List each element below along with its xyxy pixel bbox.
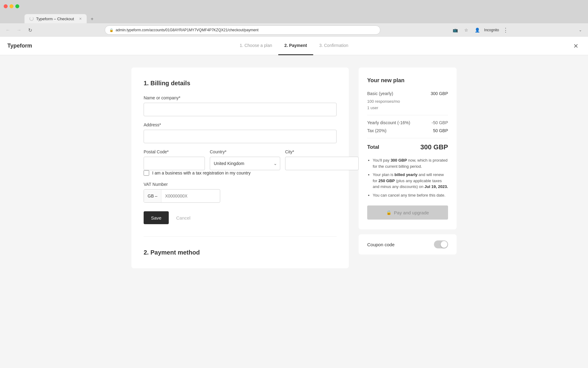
back-button[interactable]: ← [4,26,12,34]
traffic-lights [4,4,19,8]
city-group: City* [285,149,359,170]
name-group: Name or company* [144,95,337,116]
billing-buttons: Save Cancel [144,211,337,224]
address-bar[interactable]: 🔒 admin.typeform.com/accounts/01G8AYRAP1… [105,25,380,35]
coupon-toggle[interactable] [434,240,448,248]
page-content: 1. Billing details Name or company* Addr… [0,55,588,281]
close-traffic-light[interactable] [4,4,8,8]
reload-button[interactable]: ↻ [26,26,34,34]
summary-sidebar: Your new plan Basic (yearly) 300 GBP 100… [359,67,457,268]
url-domain: admin.typeform.com [115,28,149,32]
city-input[interactable] [285,157,359,170]
new-tab-button[interactable]: + [88,15,96,23]
tax-value: 50 GBP [433,128,448,133]
profile-icon[interactable]: 👤 [473,26,482,34]
total-value: 300 GBP [420,143,448,151]
lock-icon: 🔒 [109,28,114,32]
coupon-card: Coupon code [359,234,457,255]
bullet-1-bold: 300 GBP [390,158,407,163]
address-input[interactable] [144,130,337,143]
step-confirmation-label: 3. Confirmation [319,43,348,48]
cancel-button[interactable]: Cancel [172,211,194,224]
step-choose-plan-label: 1. Choose a plan [240,43,272,48]
pay-button-label: Pay and upgrade [394,210,429,215]
tab-spinner [29,17,34,21]
country-group: Country* United Kingdom United States Ge… [210,149,280,170]
total-row: Total 300 GBP [367,143,448,151]
bookmark-icon[interactable]: ☆ [462,26,471,34]
title-bar [0,0,588,12]
more-button[interactable]: ⋮ [503,27,508,33]
vat-input[interactable] [161,194,220,198]
vat-section: VAT Number GB – [144,182,337,203]
step-payment[interactable]: 2. Payment [278,37,313,55]
minimize-traffic-light[interactable] [9,4,13,8]
business-checkbox-row: I am a business with a tax registration … [144,170,337,176]
vat-prefix: GB – [144,190,161,202]
city-label: City* [285,149,359,154]
payment-method-title: 2. Payment method [144,249,337,256]
bullet-2: Your plan is billed yearly and will rene… [373,172,448,190]
app-logo: Typeform [7,43,32,49]
payment-method-section: 2. Payment method [144,236,337,256]
maximize-traffic-light[interactable] [15,4,19,8]
pay-button: 🔒 Pay and upgrade [367,205,448,220]
user-meta: 1 user [367,105,448,110]
tab-close-button[interactable]: ✕ [79,17,82,21]
discount-value: -50 GBP [432,120,448,125]
pay-button-icon: 🔒 [386,210,391,215]
tax-row: Tax (20%) 50 GBP [367,128,448,133]
summary-bullets: You'll pay 300 GBP now, which is prorate… [367,157,448,198]
bullet-2-date: Jul 19, 2023. [424,184,448,189]
bullet-1: You'll pay 300 GBP now, which is prorate… [373,157,448,169]
plan-row: Basic (yearly) 300 GBP [367,91,448,96]
step-confirmation[interactable]: 3. Confirmation [313,37,354,55]
plan-price: 300 GBP [431,91,448,96]
responses-meta: 100 responses/mo [367,99,448,104]
bullet-2-plain: Your plan is [373,172,394,177]
address-group: Address* [144,122,337,143]
header-steps: 1. Choose a plan 2. Payment 3. Confirmat… [234,37,355,55]
cast-icon[interactable]: 📺 [451,26,460,34]
bullet-2-bold: billed yearly [394,172,417,177]
close-checkout-button[interactable]: ✕ [571,41,581,51]
summary-card: Your new plan Basic (yearly) 300 GBP 100… [359,67,457,229]
business-checkbox-label: I am a business with a tax registration … [152,171,251,175]
tab-title: Typeform – Checkout [36,17,74,21]
country-select-wrapper: United Kingdom United States Germany Fra… [210,157,280,170]
incognito-badge[interactable]: Incognito [484,28,499,32]
summary-title: Your new plan [367,77,448,84]
forward-button[interactable]: → [15,26,23,34]
vat-label: VAT Number [144,182,337,187]
chevron-down-nav[interactable]: ⌄ [579,28,582,32]
toggle-knob [441,241,447,248]
url-path: /accounts/01G8AYRAP1MY7VQMF4P7KZQX21/che… [149,28,258,32]
name-input[interactable] [144,103,337,116]
bullet-3: You can cancel any time before this date… [373,192,448,198]
postal-code-group: Postal Code* [144,149,205,170]
url-text: admin.typeform.com/accounts/01G8AYRAP1MY… [115,28,258,32]
name-label: Name or company* [144,95,337,100]
postal-code-input[interactable] [144,157,205,170]
business-checkbox[interactable] [144,170,149,176]
country-label: Country* [210,149,280,154]
incognito-label: Incognito [484,28,499,32]
total-label: Total [367,144,379,150]
step-choose-plan[interactable]: 1. Choose a plan [234,37,278,55]
discount-label: Yearly discount (-16%) [367,120,410,125]
app-header: Typeform 1. Choose a plan 2. Payment 3. … [0,37,588,55]
tax-label: Tax (20%) [367,128,386,133]
summary-divider-2 [367,138,448,138]
active-tab[interactable]: Typeform – Checkout ✕ [24,14,87,23]
address-bar-row: ← → ↻ 🔒 admin.typeform.com/accounts/01G8… [0,23,588,37]
save-button[interactable]: Save [144,211,169,224]
discount-row: Yearly discount (-16%) -50 GBP [367,120,448,125]
postal-code-label: Postal Code* [144,149,205,154]
summary-divider-1 [367,115,448,115]
plan-label: Basic (yearly) [367,91,393,96]
bullet-2-amount: 250 GBP [379,178,395,183]
vat-input-wrapper: GB – [144,189,220,203]
nav-right: 📺 ☆ 👤 Incognito ⋮ [451,26,508,34]
country-select[interactable]: United Kingdom United States Germany Fra… [210,157,280,170]
billing-section-title: 1. Billing details [144,80,337,87]
